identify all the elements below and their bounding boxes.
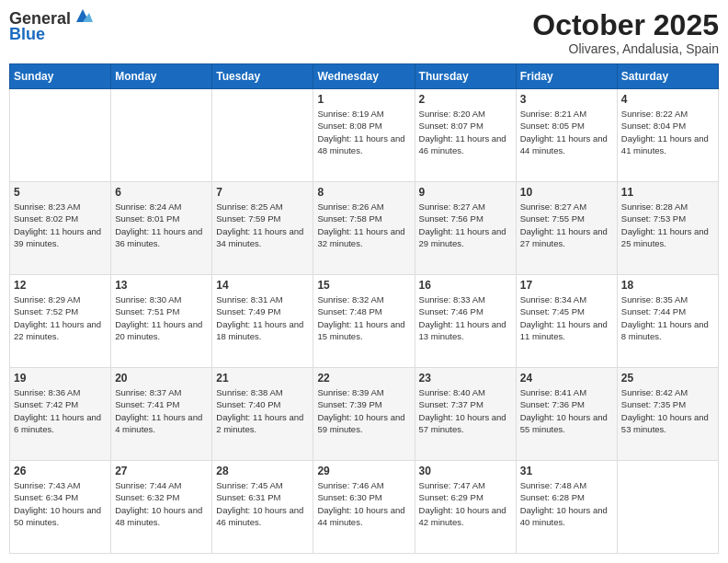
- logo-icon: [73, 6, 93, 26]
- day-info-line: Sunset: 6:30 PM: [317, 491, 410, 503]
- title-block: October 2025 Olivares, Andalusia, Spain: [532, 9, 719, 56]
- day-number: 25: [621, 372, 714, 385]
- day-info-line: Sunrise: 8:28 AM: [621, 201, 714, 213]
- day-info-line: Daylight: 10 hours and 50 minutes.: [14, 504, 107, 529]
- day-number: 2: [419, 93, 512, 106]
- day-info-line: Sunset: 7:53 PM: [621, 213, 714, 224]
- day-info-line: Sunrise: 8:38 AM: [216, 386, 309, 398]
- day-info: Sunrise: 7:46 AMSunset: 6:30 PMDaylight:…: [317, 479, 410, 528]
- col-tuesday: Tuesday: [212, 64, 313, 89]
- day-number: 24: [520, 372, 613, 385]
- table-row: [10, 89, 111, 182]
- day-info-line: Sunrise: 7:45 AM: [216, 479, 309, 491]
- day-info: Sunrise: 8:22 AMSunset: 8:04 PMDaylight:…: [621, 108, 714, 156]
- calendar-table: Sunday Monday Tuesday Wednesday Thursday…: [9, 63, 719, 554]
- table-row: 23Sunrise: 8:40 AMSunset: 7:37 PMDayligh…: [415, 368, 516, 461]
- day-info-line: Sunset: 7:44 PM: [621, 305, 714, 317]
- table-row: 20Sunrise: 8:37 AMSunset: 7:41 PMDayligh…: [111, 368, 212, 461]
- day-info: Sunrise: 8:34 AMSunset: 7:45 PMDaylight:…: [520, 293, 613, 342]
- day-info-line: Sunset: 7:56 PM: [419, 213, 512, 224]
- day-info: Sunrise: 8:27 AMSunset: 7:55 PMDaylight:…: [520, 201, 613, 249]
- day-number: 14: [216, 279, 309, 292]
- calendar-week-row: 5Sunrise: 8:23 AMSunset: 8:02 PMDaylight…: [10, 182, 719, 275]
- day-info-line: Daylight: 11 hours and 4 minutes.: [115, 411, 208, 436]
- day-info-line: Daylight: 11 hours and 18 minutes.: [216, 318, 309, 343]
- day-info: Sunrise: 8:30 AMSunset: 7:51 PMDaylight:…: [115, 293, 208, 342]
- day-number: 21: [216, 372, 309, 385]
- day-number: 8: [317, 186, 410, 199]
- day-info: Sunrise: 8:35 AMSunset: 7:44 PMDaylight:…: [621, 293, 714, 342]
- day-info-line: Sunset: 6:28 PM: [520, 491, 613, 503]
- day-info-line: Daylight: 11 hours and 2 minutes.: [216, 411, 309, 436]
- day-info-line: Daylight: 10 hours and 55 minutes.: [520, 411, 613, 436]
- day-info-line: Sunrise: 8:29 AM: [14, 293, 107, 305]
- day-info-line: Daylight: 11 hours and 15 minutes.: [317, 318, 410, 343]
- table-row: 5Sunrise: 8:23 AMSunset: 8:02 PMDaylight…: [10, 182, 111, 275]
- day-info-line: Sunset: 7:46 PM: [419, 305, 512, 317]
- day-info-line: Sunset: 8:07 PM: [419, 120, 512, 132]
- day-number: 18: [621, 279, 714, 292]
- table-row: 31Sunrise: 7:48 AMSunset: 6:28 PMDayligh…: [516, 461, 617, 554]
- day-number: 19: [14, 372, 107, 385]
- day-info-line: Sunrise: 8:21 AM: [520, 108, 613, 120]
- day-info-line: Sunrise: 8:27 AM: [419, 201, 512, 213]
- calendar-week-row: 26Sunrise: 7:43 AMSunset: 6:34 PMDayligh…: [10, 461, 719, 554]
- day-info-line: Daylight: 11 hours and 46 minutes.: [419, 132, 512, 157]
- day-info-line: Sunset: 7:41 PM: [115, 398, 208, 410]
- table-row: 25Sunrise: 8:42 AMSunset: 7:35 PMDayligh…: [617, 368, 718, 461]
- day-info-line: Sunset: 7:48 PM: [317, 305, 410, 317]
- table-row: 10Sunrise: 8:27 AMSunset: 7:55 PMDayligh…: [516, 182, 617, 275]
- day-info-line: Sunrise: 8:34 AM: [520, 293, 613, 305]
- day-info-line: Sunset: 7:52 PM: [14, 305, 107, 317]
- day-number: 3: [520, 93, 613, 106]
- table-row: 27Sunrise: 7:44 AMSunset: 6:32 PMDayligh…: [111, 461, 212, 554]
- table-row: 18Sunrise: 8:35 AMSunset: 7:44 PMDayligh…: [617, 275, 718, 368]
- day-info: Sunrise: 8:32 AMSunset: 7:48 PMDaylight:…: [317, 293, 410, 342]
- table-row: [617, 461, 718, 554]
- day-info-line: Sunset: 7:40 PM: [216, 398, 309, 410]
- day-info-line: Daylight: 11 hours and 20 minutes.: [115, 318, 208, 343]
- day-info: Sunrise: 7:44 AMSunset: 6:32 PMDaylight:…: [115, 479, 208, 528]
- day-info-line: Sunrise: 7:47 AM: [419, 479, 512, 491]
- day-info-line: Sunset: 7:36 PM: [520, 398, 613, 410]
- day-info-line: Sunset: 7:42 PM: [14, 398, 107, 410]
- day-info-line: Sunset: 8:02 PM: [14, 213, 107, 224]
- day-info: Sunrise: 8:39 AMSunset: 7:39 PMDaylight:…: [317, 386, 410, 435]
- day-info-line: Daylight: 11 hours and 34 minutes.: [216, 225, 309, 250]
- day-info-line: Sunset: 7:55 PM: [520, 213, 613, 224]
- day-info: Sunrise: 8:42 AMSunset: 7:35 PMDaylight:…: [621, 386, 714, 435]
- day-info-line: Sunset: 7:39 PM: [317, 398, 410, 410]
- day-info: Sunrise: 8:31 AMSunset: 7:49 PMDaylight:…: [216, 293, 309, 342]
- table-row: 28Sunrise: 7:45 AMSunset: 6:31 PMDayligh…: [212, 461, 313, 554]
- day-info-line: Sunrise: 7:46 AM: [317, 479, 410, 491]
- day-info-line: Sunset: 6:34 PM: [14, 491, 107, 503]
- day-info: Sunrise: 8:20 AMSunset: 8:07 PMDaylight:…: [419, 108, 512, 156]
- col-wednesday: Wednesday: [313, 64, 415, 89]
- table-row: 15Sunrise: 8:32 AMSunset: 7:48 PMDayligh…: [313, 275, 415, 368]
- day-info-line: Sunset: 8:05 PM: [520, 120, 613, 132]
- day-number: 17: [520, 279, 613, 292]
- day-number: 11: [621, 186, 714, 199]
- calendar-week-row: 12Sunrise: 8:29 AMSunset: 7:52 PMDayligh…: [10, 275, 719, 368]
- day-info-line: Sunset: 6:32 PM: [115, 491, 208, 503]
- table-row: 13Sunrise: 8:30 AMSunset: 7:51 PMDayligh…: [111, 275, 212, 368]
- header: General Blue October 2025 Olivares, Anda…: [9, 9, 719, 56]
- location: Olivares, Andalusia, Spain: [532, 41, 719, 56]
- table-row: 3Sunrise: 8:21 AMSunset: 8:05 PMDaylight…: [516, 89, 617, 182]
- day-info-line: Sunset: 7:45 PM: [520, 305, 613, 317]
- day-info: Sunrise: 8:33 AMSunset: 7:46 PMDaylight:…: [419, 293, 512, 342]
- day-info-line: Sunset: 7:37 PM: [419, 398, 512, 410]
- table-row: 21Sunrise: 8:38 AMSunset: 7:40 PMDayligh…: [212, 368, 313, 461]
- day-number: 26: [14, 465, 107, 477]
- day-info-line: Daylight: 11 hours and 32 minutes.: [317, 225, 410, 250]
- table-row: 12Sunrise: 8:29 AMSunset: 7:52 PMDayligh…: [10, 275, 111, 368]
- day-info-line: Sunset: 8:04 PM: [621, 120, 714, 132]
- day-info: Sunrise: 7:45 AMSunset: 6:31 PMDaylight:…: [216, 479, 309, 528]
- table-row: 30Sunrise: 7:47 AMSunset: 6:29 PMDayligh…: [415, 461, 516, 554]
- day-number: 6: [115, 186, 208, 199]
- day-info: Sunrise: 8:19 AMSunset: 8:08 PMDaylight:…: [317, 108, 410, 156]
- day-info: Sunrise: 8:27 AMSunset: 7:56 PMDaylight:…: [419, 201, 512, 249]
- day-info-line: Daylight: 11 hours and 8 minutes.: [621, 318, 714, 343]
- day-info: Sunrise: 7:48 AMSunset: 6:28 PMDaylight:…: [520, 479, 613, 528]
- day-info: Sunrise: 8:37 AMSunset: 7:41 PMDaylight:…: [115, 386, 208, 435]
